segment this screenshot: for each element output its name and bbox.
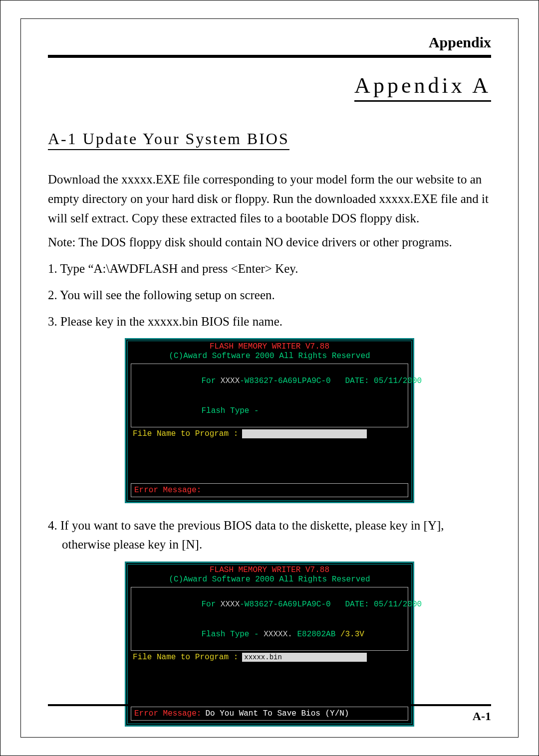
info2-ident: -W83627-6A69LPA9C-0 (240, 600, 330, 609)
step-1: 1. Type “A:\AWDFLASH and press <Enter> K… (48, 259, 491, 279)
file-name-prompt: File Name to Program : (133, 429, 238, 438)
info-date: DATE: 05/11/2000 (331, 377, 422, 385)
info2-xxxx: XXXX (221, 600, 240, 609)
terminal-info-box-2: For XXXX-W83627-6A69LPA9C-0 DATE: 05/11/… (131, 587, 408, 651)
info2-for-label: For (201, 600, 220, 609)
flash-type-label: Flash Type - (201, 406, 259, 415)
terminal-title-2: FLASH MEMORY WRITER V7.88 (C)Award Softw… (128, 565, 411, 584)
error-label-2: Error Message: (134, 709, 201, 718)
flash-type-value: XXXXX. (259, 630, 292, 639)
file-name-prompt-row: File Name to Program : (133, 429, 406, 438)
note-line: Note: The DOS floppy disk should contain… (48, 233, 491, 252)
step-4: 4. If you want to save the previous BIOS… (48, 516, 491, 555)
error-label-1: Error Message: (134, 486, 201, 495)
error-prompt[interactable]: Do You Want To Save Bios (Y/N) (205, 709, 349, 718)
terminal-screenshot-2: FLASH MEMORY WRITER V7.88 (C)Award Softw… (125, 562, 414, 726)
flash-type-label-2: Flash Type - (201, 630, 259, 639)
section-title: A-1 Update Your System BIOS (48, 130, 289, 150)
file-name-input-filled[interactable]: xxxxx.bin (242, 653, 367, 662)
terminal-title-line1: FLASH MEMORY WRITER V7.88 (210, 342, 329, 351)
intro-paragraph: Download the xxxxx.EXE file correspondin… (48, 170, 491, 228)
terminal-title2-line2: (C)Award Software 2000 All Rights Reserv… (169, 575, 370, 584)
info2-date: DATE: 05/11/2000 (331, 600, 422, 609)
terminal-error-row-2: Error Message: Do You Want To Save Bios … (131, 707, 408, 721)
footer-rule (48, 704, 491, 706)
step-3: 3. Please key in the xxxxx.bin BIOS file… (48, 312, 491, 332)
page-outer-border: Appendix Appendix A A-1 Update Your Syst… (0, 0, 539, 756)
terminal-error-row-1: Error Message: (131, 483, 408, 497)
file-name-prompt-2: File Name to Program : (133, 653, 238, 662)
page-content: Appendix Appendix A A-1 Update Your Syst… (20, 18, 519, 738)
terminal-screenshot-1: FLASH MEMORY WRITER V7.88 (C)Award Softw… (125, 338, 414, 503)
flash-type-voltage: /3.3V (335, 630, 364, 639)
terminal-title: FLASH MEMORY WRITER V7.88 (C)Award Softw… (128, 341, 411, 361)
file-name-prompt-row-2: File Name to Program : xxxxx.bin (133, 653, 406, 662)
info-ident: -W83627-6A69LPA9C-0 (240, 377, 330, 385)
flash-type-detail: E82802AB (292, 630, 335, 639)
terminal-title2-line1: FLASH MEMORY WRITER V7.88 (210, 566, 329, 574)
header-label: Appendix (48, 34, 491, 51)
info-for-label: For (201, 377, 220, 385)
appendix-title: Appendix A (354, 73, 491, 102)
file-name-input-blank[interactable] (242, 429, 367, 438)
terminal-title-line2: (C)Award Software 2000 All Rights Reserv… (169, 352, 370, 361)
info-xxxx: XXXX (221, 377, 240, 385)
terminal-info-box: For XXXX-W83627-6A69LPA9C-0 DATE: 05/11/… (131, 364, 408, 427)
step-2: 2. You will see the following setup on s… (48, 286, 491, 305)
header-rule (48, 55, 491, 58)
page-number: A-1 (473, 710, 491, 723)
